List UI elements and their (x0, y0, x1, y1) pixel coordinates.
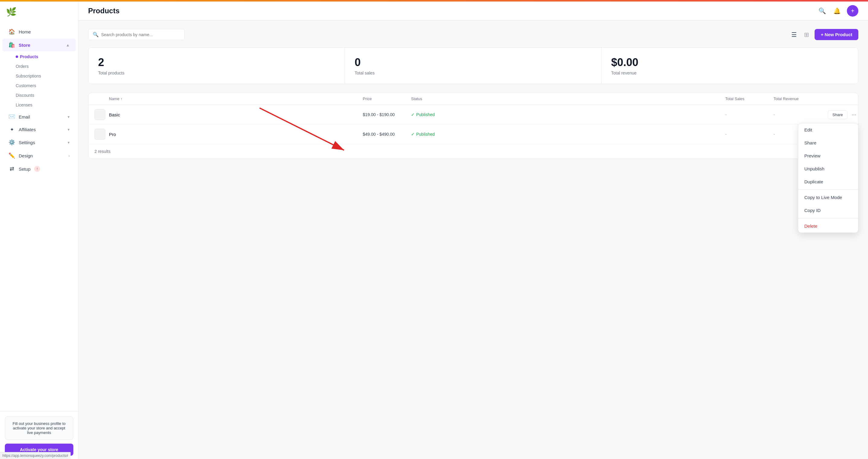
context-menu: Edit Share Preview Unpublish Duplicate C… (798, 123, 858, 233)
sidebar-item-customers[interactable]: Customers (16, 81, 78, 91)
affiliates-icon: ✦ (8, 127, 15, 132)
list-view-button[interactable]: ☰ (789, 30, 799, 39)
notifications-button[interactable]: 🔔 (832, 6, 842, 16)
status-text-basic: Published (416, 112, 435, 117)
total-revenue-value: $0.00 (611, 56, 848, 69)
store-icon: 🛍️ (8, 42, 15, 48)
topbar-actions: 🔍 🔔 + (817, 5, 858, 17)
user-avatar-button[interactable]: + (847, 5, 858, 17)
subnav-licenses-label: Licenses (16, 102, 32, 107)
context-menu-unpublish[interactable]: Unpublish (798, 162, 858, 175)
chevron-up-icon: ▲ (66, 43, 70, 47)
stat-total-products: 2 Total products (88, 47, 345, 84)
stat-total-revenue: $0.00 Total revenue (601, 47, 858, 84)
total-sales-value: 0 (354, 56, 592, 69)
sidebar-item-store-label: Store (19, 42, 30, 47)
subnav-orders-label: Orders (16, 64, 29, 69)
toolbar-right: ☰ ⊞ + New Product (789, 29, 858, 40)
sidebar-item-affiliates[interactable]: ✦ Affiliates ▾ (2, 124, 76, 135)
product-name-pro: Pro (109, 132, 363, 137)
context-menu-delete[interactable]: Delete (798, 220, 858, 232)
search-button[interactable]: 🔍 (817, 6, 827, 16)
chevron-down-icon-email: ▾ (68, 114, 70, 119)
stat-total-sales: 0 Total sales (345, 47, 601, 84)
sidebar-item-email[interactable]: ✉️ Email ▾ (2, 110, 76, 123)
sidebar-item-design[interactable]: ✏️ Design › (2, 149, 76, 162)
status-badge-basic: ✓ Published (411, 112, 471, 117)
sidebar-item-home-label: Home (19, 29, 31, 34)
context-menu-preview[interactable]: Preview (798, 149, 858, 162)
home-icon: 🏠 (8, 28, 15, 35)
active-dot (16, 56, 18, 58)
grid-view-button[interactable]: ⊞ (802, 30, 811, 39)
total-products-label: Total products (98, 71, 335, 75)
total-revenue-label: Total revenue (611, 71, 848, 75)
sidebar-item-store[interactable]: 🛍️ Store ▲ (2, 39, 76, 51)
col-total-sales: Total Sales (725, 97, 774, 101)
table-row: Pro $49.00 - $490.00 ✓ Published - - (88, 125, 858, 144)
table-header: Name ↑ Price Status Total Sales Total Re… (88, 93, 858, 105)
stats-row: 2 Total products 0 Total sales $0.00 Tot… (88, 47, 858, 84)
toolbar: 🔍 ☰ ⊞ + New Product (88, 29, 858, 40)
subnav-subscriptions-label: Subscriptions (16, 74, 41, 78)
email-icon: ✉️ (8, 113, 15, 120)
results-count: 2 results (88, 144, 858, 159)
new-product-label: + New Product (820, 32, 852, 37)
status-text-pro: Published (416, 132, 435, 137)
subnav-customers-label: Customers (16, 83, 36, 88)
topbar: Products 🔍 🔔 + (79, 1, 868, 21)
sidebar-item-settings[interactable]: ⚙️ Settings ▾ (2, 136, 76, 149)
total-sales-pro: - (725, 132, 774, 137)
business-profile-card: Fill out your business profile to activa… (5, 416, 73, 440)
sidebar-item-discounts[interactable]: Discounts (16, 91, 78, 100)
more-menu-button-basic[interactable]: ··· (849, 110, 859, 119)
context-menu-edit[interactable]: Edit (798, 123, 858, 136)
sidebar-item-home[interactable]: 🏠 Home (2, 25, 76, 38)
sidebar-item-setup-label: Setup (19, 166, 30, 172)
total-products-value: 2 (98, 56, 335, 69)
sidebar-item-subscriptions[interactable]: Subscriptions (16, 71, 78, 81)
col-status: Status (411, 97, 471, 101)
context-menu-copy-id[interactable]: Copy ID (798, 204, 858, 217)
product-thumbnail-basic (94, 109, 105, 120)
context-menu-divider2 (798, 218, 858, 218)
sidebar-item-licenses[interactable]: Licenses (16, 100, 78, 110)
check-icon-pro: ✓ (411, 132, 415, 137)
table-row: Basic $19.00 - $190.00 ✓ Published - - S… (88, 105, 858, 125)
page-title: Products (88, 7, 120, 15)
chevron-right-icon-design: › (68, 154, 70, 158)
logo-icon: 🌿 (6, 7, 17, 17)
subnav-products-label: Products (20, 54, 38, 59)
subnav-discounts-label: Discounts (16, 93, 34, 98)
col-total-revenue: Total Revenue (774, 97, 828, 101)
sidebar-item-settings-label: Settings (19, 140, 35, 145)
sidebar-item-setup[interactable]: ⇄ Setup ! (2, 163, 76, 175)
search-input[interactable] (101, 32, 180, 37)
total-sales-basic: - (725, 112, 774, 117)
share-button-basic[interactable]: Share (828, 110, 847, 119)
product-price-pro: $49.00 - $490.00 (363, 132, 411, 137)
design-icon: ✏️ (8, 152, 15, 159)
sidebar-item-email-label: Email (19, 114, 30, 120)
sidebar-item-design-label: Design (19, 153, 33, 158)
setup-badge: ! (34, 166, 40, 172)
sidebar-navigation: 🏠 Home 🛍️ Store ▲ Products Order (0, 22, 78, 411)
setup-icon: ⇄ (8, 166, 15, 172)
sidebar-item-products[interactable]: Products (16, 52, 78, 62)
business-profile-text: Fill out your business profile to activa… (10, 421, 68, 435)
product-price-basic: $19.00 - $190.00 (363, 112, 411, 117)
plus-icon: + (851, 7, 855, 14)
context-menu-share[interactable]: Share (798, 136, 858, 149)
check-icon-basic: ✓ (411, 112, 415, 117)
store-subnav: Products Orders Subscriptions Customers … (0, 52, 78, 110)
context-menu-duplicate[interactable]: Duplicate (798, 175, 858, 188)
new-product-button[interactable]: + New Product (814, 29, 858, 40)
total-revenue-basic: - (774, 112, 828, 117)
status-badge-pro: ✓ Published (411, 132, 471, 137)
context-menu-copy-live[interactable]: Copy to Live Mode (798, 191, 858, 204)
chevron-down-icon-settings: ▾ (68, 140, 70, 145)
product-name-basic: Basic (109, 112, 363, 117)
sidebar-item-orders[interactable]: Orders (16, 62, 78, 71)
sidebar-item-affiliates-label: Affiliates (19, 127, 36, 132)
chevron-down-icon-affiliates: ▾ (68, 127, 70, 132)
